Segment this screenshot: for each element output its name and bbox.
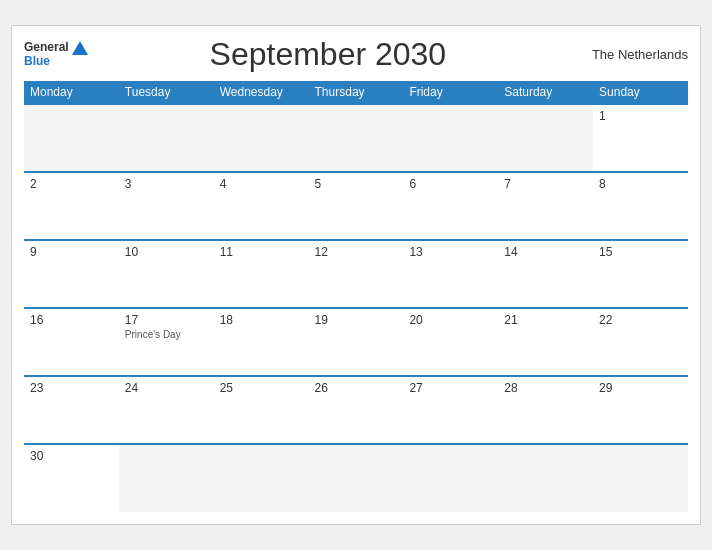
calendar-cell: 18 [214,308,309,376]
day-number: 18 [220,313,303,327]
calendar-cell: 20 [403,308,498,376]
calendar-cell [593,444,688,512]
day-number: 6 [409,177,492,191]
day-number: 13 [409,245,492,259]
calendar-cell: 9 [24,240,119,308]
calendar-cell: 8 [593,172,688,240]
day-number: 17 [125,313,208,327]
weekday-header-wednesday: Wednesday [214,81,309,104]
calendar-cell: 14 [498,240,593,308]
calendar-cell: 5 [309,172,404,240]
calendar-cell [498,104,593,172]
calendar-cell: 28 [498,376,593,444]
day-number: 9 [30,245,113,259]
logo-general-text: General [24,41,69,54]
calendar-cell [403,104,498,172]
weekday-header-tuesday: Tuesday [119,81,214,104]
day-number: 4 [220,177,303,191]
week-row-2: 2345678 [24,172,688,240]
week-row-4: 1617Prince's Day1819202122 [24,308,688,376]
month-title: September 2030 [88,36,568,73]
week-row-1: 1 [24,104,688,172]
calendar-cell: 27 [403,376,498,444]
calendar-cell [498,444,593,512]
weekday-header-sunday: Sunday [593,81,688,104]
calendar-cell: 6 [403,172,498,240]
logo-blue-text: Blue [24,55,88,68]
day-number: 14 [504,245,587,259]
calendar-cell: 22 [593,308,688,376]
day-number: 3 [125,177,208,191]
calendar-cell: 26 [309,376,404,444]
calendar-cell [214,444,309,512]
calendar-cell: 12 [309,240,404,308]
day-number: 11 [220,245,303,259]
calendar-cell [214,104,309,172]
calendar-cell: 24 [119,376,214,444]
calendar-cell [403,444,498,512]
day-number: 22 [599,313,682,327]
calendar-cell: 29 [593,376,688,444]
day-number: 19 [315,313,398,327]
calendar-cell: 21 [498,308,593,376]
day-number: 23 [30,381,113,395]
calendar-cell: 3 [119,172,214,240]
weekday-header-monday: Monday [24,81,119,104]
calendar-cell: 23 [24,376,119,444]
calendar-table: MondayTuesdayWednesdayThursdayFridaySatu… [24,81,688,512]
weekday-header-row: MondayTuesdayWednesdayThursdayFridaySatu… [24,81,688,104]
day-number: 16 [30,313,113,327]
week-row-5: 23242526272829 [24,376,688,444]
day-number: 1 [599,109,682,123]
day-number: 21 [504,313,587,327]
logo: General Blue [24,41,88,68]
week-row-6: 30 [24,444,688,512]
calendar: General Blue September 2030 The Netherla… [11,25,701,525]
calendar-cell: 11 [214,240,309,308]
calendar-cell: 25 [214,376,309,444]
day-number: 5 [315,177,398,191]
day-number: 2 [30,177,113,191]
day-number: 29 [599,381,682,395]
day-number: 25 [220,381,303,395]
weekday-header-saturday: Saturday [498,81,593,104]
calendar-cell: 19 [309,308,404,376]
calendar-cell [309,444,404,512]
day-number: 28 [504,381,587,395]
calendar-cell [309,104,404,172]
logo-triangle-icon [72,41,88,55]
calendar-cell: 13 [403,240,498,308]
calendar-header: General Blue September 2030 The Netherla… [24,36,688,73]
weekday-header-friday: Friday [403,81,498,104]
day-number: 15 [599,245,682,259]
week-row-3: 9101112131415 [24,240,688,308]
calendar-cell [119,444,214,512]
calendar-cell: 4 [214,172,309,240]
calendar-cell [119,104,214,172]
calendar-cell: 15 [593,240,688,308]
day-number: 20 [409,313,492,327]
event-label: Prince's Day [125,329,208,340]
day-number: 7 [504,177,587,191]
calendar-cell: 16 [24,308,119,376]
day-number: 12 [315,245,398,259]
day-number: 8 [599,177,682,191]
calendar-cell: 2 [24,172,119,240]
day-number: 24 [125,381,208,395]
day-number: 27 [409,381,492,395]
calendar-cell: 30 [24,444,119,512]
day-number: 26 [315,381,398,395]
day-number: 10 [125,245,208,259]
calendar-cell: 10 [119,240,214,308]
country-label: The Netherlands [568,47,688,62]
calendar-cell: 17Prince's Day [119,308,214,376]
calendar-cell [24,104,119,172]
calendar-cell: 1 [593,104,688,172]
weekday-header-thursday: Thursday [309,81,404,104]
calendar-cell: 7 [498,172,593,240]
day-number: 30 [30,449,113,463]
